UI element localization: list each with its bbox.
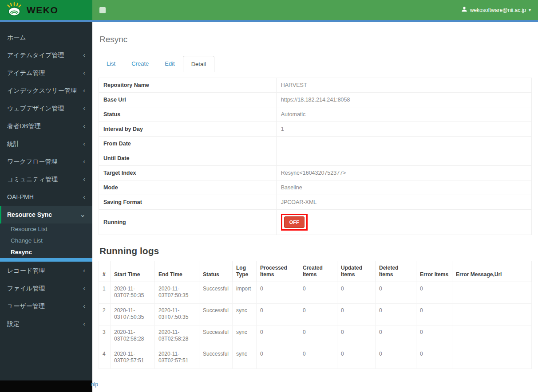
detail-label: Mode	[99, 180, 277, 195]
sidebar-item-resync[interactable]: Resync	[0, 247, 92, 258]
detail-value: Resync<1604320752377>	[276, 166, 531, 180]
sidebar-item-label: 設定	[7, 320, 20, 328]
tab-create[interactable]: Create	[123, 56, 157, 72]
col-header-end-time: End Time	[155, 261, 199, 282]
running-off-button[interactable]: OFF	[284, 216, 305, 228]
col-header-status: Status	[199, 261, 233, 282]
sidebar-footer-strip	[0, 380, 92, 392]
detail-label: Interval by Day	[99, 122, 277, 137]
sidebar-item-record[interactable]: レコード管理 ‹	[0, 262, 92, 279]
sidebar-item-authordb[interactable]: 著者DB管理 ‹	[0, 117, 92, 135]
logs-header-row: # Start Time End Time Status Log Type Pr…	[99, 261, 532, 282]
log-cell: 2020-11-03T02:58:28	[155, 325, 199, 347]
log-cell: 0	[257, 282, 299, 304]
sidebar-item-label: 著者DB管理	[7, 122, 40, 130]
sidebar-item-label: OAI-PMH	[7, 193, 34, 201]
sidebar-item-webdesign[interactable]: ウェブデザイン管理 ‹	[0, 99, 92, 117]
sidebar-item-settings[interactable]: 設定 ‹	[0, 315, 92, 333]
sidebar-item-label: アイテムタイプ管理	[7, 51, 64, 59]
chevron-left-icon: ‹	[83, 122, 85, 130]
log-cell: 0	[376, 325, 416, 347]
col-header-deleted-items: Deleted Items	[376, 261, 416, 282]
sidebar-item-label: アイテム管理	[7, 69, 45, 77]
log-cell: import	[233, 282, 257, 304]
running-logs-table: # Start Time End Time Status Log Type Pr…	[99, 261, 532, 369]
log-cell: 0	[299, 304, 337, 325]
sidebar-item-resourcesync[interactable]: Resource Sync ⌄	[0, 206, 92, 223]
chevron-left-icon: ‹	[83, 104, 85, 112]
chevron-down-icon: ⌄	[80, 211, 85, 219]
sidebar-toggle-button[interactable]	[99, 7, 106, 13]
top-bar: WEKO wekosoftware@nii.ac.jp ▾	[0, 0, 538, 20]
detail-label: Until Date	[99, 151, 277, 166]
log-cell: 2020-11-03T07:50:35	[155, 282, 199, 304]
detail-row-saving-format: Saving Format JPCOAR-XML	[99, 195, 532, 210]
brand-logo-text: WEKO	[27, 5, 58, 16]
active-indicator-bar	[0, 258, 92, 262]
resync-detail-table: Repository Name HARVEST Base Url https:/…	[99, 78, 532, 235]
col-header-updated-items: Updated Items	[337, 261, 376, 282]
log-cell: 2020-11-03T07:50:35	[111, 304, 155, 325]
sidebar-item-label: レコード管理	[7, 267, 45, 274]
log-cell: 0	[337, 347, 376, 369]
tab-bar: List Create Edit Detail	[99, 56, 532, 72]
detail-row-running: Running OFF	[99, 210, 532, 235]
chevron-left-icon: ‹	[83, 320, 85, 328]
detail-label: Repository Name	[99, 78, 277, 93]
detail-value: JPCOAR-XML	[276, 195, 531, 210]
sidebar-item-label: 統計	[7, 140, 20, 148]
detail-row-until-date: Until Date	[99, 151, 532, 166]
detail-value: Baseline	[276, 180, 531, 195]
sidebar-item-label: インデックスツリー管理	[7, 86, 77, 94]
sidebar-item-resourcelist[interactable]: Resource List	[0, 223, 92, 235]
sidebar-item-home[interactable]: ホーム	[0, 28, 92, 46]
tab-list[interactable]: List	[99, 56, 123, 72]
log-cell: Successful	[199, 282, 233, 304]
user-account-menu[interactable]: wekosoftware@nii.ac.jp ▾	[461, 6, 531, 14]
sidebar-item-community[interactable]: コミュニティ管理 ‹	[0, 170, 92, 188]
log-cell: sync	[233, 325, 257, 347]
log-cell: Successful	[199, 347, 233, 369]
sidebar-item-item[interactable]: アイテム管理 ‹	[0, 64, 92, 82]
partial-footer-link[interactable]: nip	[91, 381, 98, 388]
log-cell: 3	[99, 325, 111, 347]
log-cell: 2020-11-03T02:57:51	[155, 347, 199, 369]
sidebar-item-label: コミュニティ管理	[7, 175, 58, 183]
detail-row-from-date: From Date	[99, 137, 532, 151]
tab-detail[interactable]: Detail	[183, 56, 214, 72]
log-cell: 0	[376, 347, 416, 369]
col-header-processed-items: Processed Items	[257, 261, 299, 282]
sidebar-item-changelist[interactable]: Change List	[0, 235, 92, 247]
log-cell: 0	[337, 304, 376, 325]
sidebar: ホーム アイテムタイプ管理 ‹ アイテム管理 ‹ インデックスツリー管理 ‹ ウ…	[0, 22, 92, 392]
log-cell: 2	[99, 304, 111, 325]
sidebar-item-indextree[interactable]: インデックスツリー管理 ‹	[0, 82, 92, 99]
log-cell: 2020-11-03T07:50:35	[155, 304, 199, 325]
log-cell: 2020-11-03T07:50:35	[111, 282, 155, 304]
detail-label: Base Url	[99, 93, 277, 107]
col-header-created-items: Created Items	[299, 261, 337, 282]
sidebar-item-itemtype[interactable]: アイテムタイプ管理 ‹	[0, 46, 92, 64]
chevron-left-icon: ‹	[83, 140, 85, 148]
detail-row-target-index: Target Index Resync<1604320752377>	[99, 166, 532, 180]
page-title: Resync	[99, 35, 532, 44]
brand-logo[interactable]: WEKO	[0, 0, 92, 20]
resourcesync-submenu: Resource List Change List Resync	[0, 223, 92, 258]
log-cell: 4	[99, 347, 111, 369]
sidebar-item-label: ワークフロー管理	[7, 157, 57, 165]
detail-value: HARVEST	[276, 78, 531, 93]
sidebar-item-label: Resource Sync	[7, 211, 52, 219]
chevron-left-icon: ‹	[83, 51, 85, 59]
tab-edit[interactable]: Edit	[157, 56, 182, 72]
sidebar-item-file[interactable]: ファイル管理 ‹	[0, 279, 92, 297]
sidebar-item-oaipmh[interactable]: OAI-PMH ‹	[0, 188, 92, 206]
sidebar-item-statistics[interactable]: 統計 ‹	[0, 135, 92, 153]
sidebar-item-user[interactable]: ユーザー管理 ‹	[0, 297, 92, 315]
weko-logo-icon	[6, 2, 23, 18]
detail-label: Saving Format	[99, 195, 277, 210]
chevron-left-icon: ‹	[83, 86, 85, 94]
log-row: 2 2020-11-03T07:50:35 2020-11-03T07:50:3…	[99, 304, 532, 325]
detail-row-base-url: Base Url https://18.182.214.241:8058	[99, 93, 532, 107]
sidebar-item-workflow[interactable]: ワークフロー管理 ‹	[0, 153, 92, 170]
log-row: 3 2020-11-03T02:58:28 2020-11-03T02:58:2…	[99, 325, 532, 347]
